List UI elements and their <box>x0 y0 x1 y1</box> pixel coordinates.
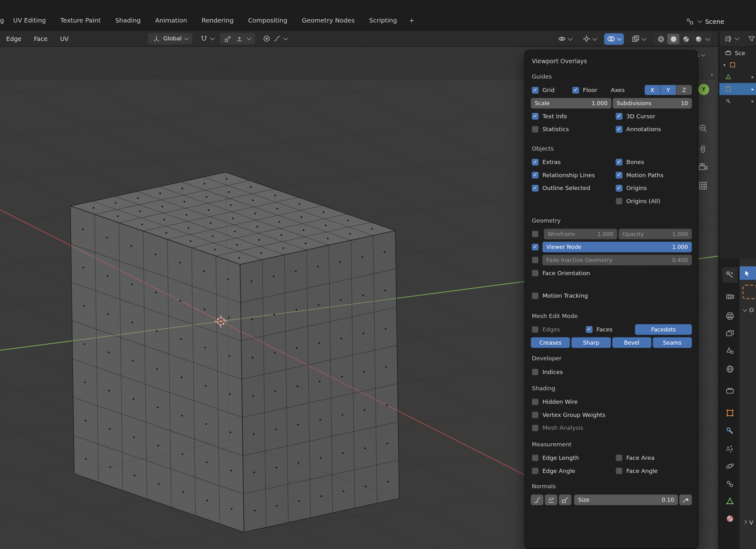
chevron-down-icon[interactable] <box>734 35 739 40</box>
workspace-tab-uv-editing[interactable]: UV Editing <box>6 13 53 28</box>
tab-object[interactable] <box>722 405 738 421</box>
facedots-button[interactable]: Facedots <box>635 324 692 335</box>
face-normals-button[interactable] <box>559 494 571 505</box>
checkbox-text-info[interactable] <box>532 113 539 119</box>
object-visibility-button[interactable] <box>555 33 575 45</box>
falloff-curve-icon[interactable] <box>272 34 282 43</box>
shading-wireframe-button[interactable] <box>655 33 667 44</box>
tab-world[interactable] <box>722 362 738 377</box>
pan-hand-icon[interactable] <box>698 142 708 153</box>
axis-gizmo-y-ball[interactable]: Y <box>698 84 709 95</box>
normals-constant-size-button[interactable] <box>679 494 692 505</box>
shading-material-button[interactable] <box>680 33 692 44</box>
scene-selector[interactable]: Scene <box>685 14 724 28</box>
checkbox-edge-length[interactable] <box>532 454 539 461</box>
workspace-tab-animation[interactable]: Animation <box>148 13 194 28</box>
checkbox-relationship-lines[interactable] <box>532 171 539 178</box>
show-gizmo-button[interactable] <box>580 33 599 45</box>
checkbox-outline-selected[interactable] <box>532 185 539 191</box>
snap-target-dropdown[interactable] <box>220 33 255 44</box>
shading-rendered-button[interactable] <box>693 33 705 44</box>
checkbox-bones[interactable] <box>616 158 622 165</box>
proportional-editing-group[interactable] <box>262 34 288 43</box>
snap-toggle-group[interactable] <box>199 34 215 43</box>
zoom-icon[interactable] <box>698 123 708 134</box>
show-overlays-button[interactable] <box>604 33 624 45</box>
expand-right-icon[interactable]: ▸ <box>752 74 754 79</box>
creases-button[interactable]: Creases <box>531 337 570 348</box>
chevron-down-icon[interactable] <box>617 36 622 40</box>
chevron-down-icon[interactable] <box>210 35 215 40</box>
ortho-grid-icon[interactable] <box>698 180 708 191</box>
checkbox-mesh-analysis[interactable] <box>532 425 539 431</box>
menu-edge[interactable]: Edge <box>0 35 28 42</box>
tab-object-data[interactable] <box>722 494 738 509</box>
checkbox-motion-tracking[interactable] <box>532 292 539 299</box>
axis-z-button[interactable]: Z <box>677 85 692 95</box>
tab-constraints[interactable] <box>722 476 738 491</box>
seams-button[interactable]: Seams <box>653 337 692 348</box>
grid-scale-field[interactable]: Scale 1.000 <box>531 98 611 108</box>
panel-header-truncated[interactable]: O <box>743 307 754 314</box>
xray-toggle-button[interactable] <box>629 33 648 45</box>
magnet-icon[interactable] <box>199 34 209 43</box>
chevron-down-icon[interactable] <box>698 18 702 23</box>
checkbox-edges[interactable] <box>532 326 539 333</box>
workspace-tab-geometry-nodes[interactable]: Geometry Nodes <box>295 13 362 28</box>
disclosure-triangle-icon[interactable]: ▾ <box>723 62 726 68</box>
tab-modifiers[interactable] <box>722 423 738 439</box>
tab-material[interactable] <box>722 511 738 526</box>
checkbox-extras[interactable] <box>532 158 539 165</box>
split-normals-button[interactable] <box>545 494 557 505</box>
viewer-node-slider[interactable]: Viewer Node 1.000 <box>542 241 692 252</box>
outliner-row[interactable]: ▸ <box>719 71 756 83</box>
outliner-row-scene-collection[interactable]: Sce <box>719 47 756 59</box>
active-tool-row[interactable] <box>740 266 756 280</box>
workspace-tab-shading[interactable]: Shading <box>108 13 148 28</box>
expand-right-icon[interactable]: ▸ <box>752 86 754 92</box>
tab-render[interactable] <box>722 289 738 304</box>
panel-header-truncated-2[interactable]: V <box>743 519 753 526</box>
checkbox-edge-angle[interactable] <box>532 467 539 474</box>
normals-size-slider[interactable]: Size 0.10 <box>574 494 678 505</box>
axis-y-button[interactable]: Y <box>661 85 677 95</box>
workspace-tab-partial[interactable]: g <box>0 13 6 28</box>
workspace-tab-scripting[interactable]: Scripting <box>362 13 404 28</box>
checkbox-statistics[interactable] <box>532 126 539 133</box>
checkbox-annotations[interactable] <box>616 126 622 133</box>
tab-view-layer[interactable] <box>722 326 738 341</box>
checkbox-fade-inactive[interactable] <box>532 256 539 263</box>
workspace-tab-rendering[interactable]: Rendering <box>194 13 241 28</box>
vertex-normals-button[interactable] <box>531 494 543 505</box>
fade-inactive-slider[interactable]: Fade Inactive Geometry 0.400 <box>542 254 692 265</box>
checkbox-motion-paths[interactable] <box>616 171 622 178</box>
outliner-editor-icon[interactable] <box>723 34 733 43</box>
outliner-row-expanded[interactable]: ▾ <box>719 59 756 71</box>
scene-browse-icon[interactable] <box>685 16 695 26</box>
outliner-row-selected[interactable]: ▸ <box>719 83 756 95</box>
checkbox-face-angle[interactable] <box>616 467 622 474</box>
checkbox-faces[interactable] <box>586 326 593 333</box>
checkbox-face-orientation[interactable] <box>532 269 539 277</box>
workspace-tab-compositing[interactable]: Compositing <box>241 13 295 28</box>
sharp-button[interactable]: Sharp <box>571 337 611 348</box>
bevel-button[interactable]: Bevel <box>612 337 651 348</box>
transform-orientation-dropdown[interactable]: Global <box>148 33 192 44</box>
checkbox-indices[interactable] <box>532 369 539 375</box>
tab-physics[interactable] <box>722 458 738 474</box>
checkbox-hidden-wire[interactable] <box>532 398 539 405</box>
checkbox-grid[interactable] <box>532 87 539 94</box>
opacity-slider[interactable]: Opacity 1.000 <box>619 228 692 239</box>
workspace-tab-texture-paint[interactable]: Texture Paint <box>53 13 108 28</box>
tab-scene[interactable] <box>722 343 738 358</box>
checkbox-origins[interactable] <box>616 185 622 191</box>
scene-name[interactable]: Scene <box>705 18 724 25</box>
outliner-row[interactable]: ▸ <box>719 95 756 107</box>
checkbox-3d-cursor[interactable] <box>616 113 622 119</box>
tool-icon-box[interactable] <box>743 285 756 299</box>
view-camera-icon[interactable] <box>698 161 708 172</box>
proportional-editing-icon[interactable] <box>262 34 271 43</box>
checkbox-vertex-group-weights[interactable] <box>532 411 539 418</box>
shading-solid-button[interactable] <box>667 33 679 44</box>
tab-tool[interactable] <box>722 267 738 283</box>
